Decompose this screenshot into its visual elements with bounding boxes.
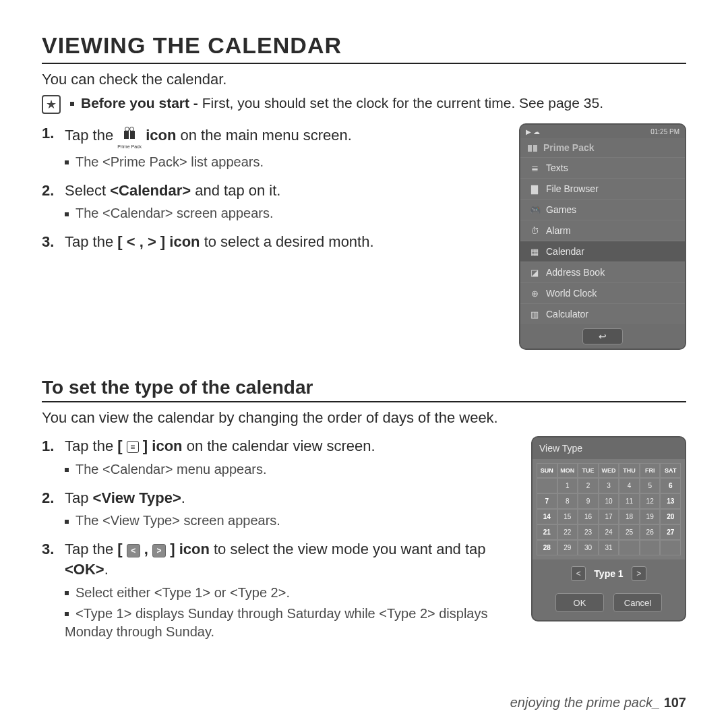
list-item-alarm[interactable]: ⏱Alarm [520, 220, 685, 241]
section-title: To set the type of the calendar [42, 377, 686, 402]
calendar-cell[interactable]: 13 [660, 493, 681, 509]
back-button[interactable]: ↩ [582, 328, 623, 344]
list-item-address-book[interactable]: ◪Address Book [520, 262, 685, 282]
calendar-cell[interactable]: 19 [640, 509, 661, 524]
item-icon: ≣ [530, 163, 539, 173]
calendar-cell[interactable]: 1 [557, 478, 578, 493]
calendar-cell[interactable]: 30 [578, 540, 599, 555]
day-header: WED [599, 463, 619, 478]
calendar-cell[interactable]: 31 [599, 540, 619, 555]
calendar-cell[interactable]: 2 [578, 478, 599, 493]
item-label: File Browser [546, 183, 599, 194]
calendar-cell[interactable]: 20 [660, 509, 681, 524]
page-title: VIEWING THE CALENDAR [42, 32, 686, 64]
cancel-button[interactable]: Cancel [613, 593, 662, 612]
item-label: World Clock [546, 288, 597, 299]
item-icon: ◪ [530, 268, 539, 278]
calendar-cell[interactable]: 18 [619, 509, 640, 524]
note-row: ★ Before you start - First, you should s… [42, 95, 686, 114]
steps-section2: Tap the [ ≡ ] icon on the calendar view … [42, 436, 515, 641]
status-bar: ▶ ☁01:25 PM [520, 125, 685, 138]
calendar-cell[interactable]: 10 [599, 493, 619, 509]
calendar-cell[interactable]: 29 [557, 540, 578, 555]
calendar-cell[interactable]: 27 [660, 524, 681, 540]
list-item-file-browser[interactable]: ▇File Browser [520, 178, 685, 199]
step-1: Tap the Prime Pack icon on the main menu… [42, 123, 503, 171]
step-3: Tap the [ < , > ] icon to select a desir… [42, 232, 503, 252]
item-icon: ⏱ [530, 226, 539, 236]
calendar-cell[interactable] [640, 540, 661, 555]
type-next-button[interactable]: > [632, 566, 646, 581]
calendar-cell[interactable]: 5 [640, 478, 661, 493]
list-item-world-clock[interactable]: ⊕World Clock [520, 282, 685, 303]
menu-icon: ≡ [127, 441, 139, 453]
calendar-cell[interactable]: 23 [578, 524, 599, 540]
calendar-cell[interactable]: 15 [557, 509, 578, 524]
calendar-cell[interactable]: 16 [578, 509, 599, 524]
calendar-cell[interactable]: 25 [619, 524, 640, 540]
view-type-header: View Type [533, 437, 685, 459]
list-item-calendar[interactable]: ▦Calendar [520, 241, 685, 262]
item-label: Games [546, 204, 576, 215]
calendar-cell[interactable] [537, 478, 557, 493]
day-header: SAT [660, 463, 681, 478]
intro-text: You can check the calendar. [42, 71, 686, 88]
page-footer: enjoying the prime pack_ 107 [510, 695, 686, 710]
step2-2: Tap <View Type>. The <View Type> screen … [42, 488, 515, 530]
step-2: Select <Calendar> and tap on it. The <Ca… [42, 181, 503, 223]
prime-pack-label: Prime Pack [117, 144, 142, 149]
calendar-cell[interactable]: 3 [599, 478, 619, 493]
step2-1: Tap the [ ≡ ] icon on the calendar view … [42, 436, 515, 479]
day-header: SUN [537, 463, 557, 478]
note-text: Before you start - First, you should set… [70, 95, 603, 111]
chevron-left-icon: < [127, 544, 140, 557]
calendar-grid: SUNMONTUEWEDTHUFRISAT1234567891011121314… [533, 459, 685, 559]
list-item-calculator[interactable]: ▥Calculator [520, 303, 685, 324]
phone-prime-pack: ▶ ☁01:25 PM Prime Pack ≣Texts▇File Brows… [519, 123, 686, 350]
type-label: Type 1 [594, 568, 623, 579]
calendar-cell[interactable]: 14 [537, 509, 557, 524]
calendar-cell[interactable]: 11 [619, 493, 640, 509]
calendar-cell[interactable]: 28 [537, 540, 557, 555]
calendar-cell[interactable] [660, 540, 681, 555]
chevron-right-icon: > [152, 544, 166, 557]
calendar-cell[interactable]: 17 [599, 509, 619, 524]
item-label: Calculator [546, 309, 588, 320]
calendar-cell[interactable]: 4 [619, 478, 640, 493]
day-header: THU [619, 463, 640, 478]
ok-button[interactable]: OK [555, 593, 604, 612]
star-icon: ★ [42, 95, 61, 114]
item-icon: ▦ [530, 247, 539, 257]
calendar-cell[interactable]: 12 [640, 493, 661, 509]
item-label: Texts [546, 162, 568, 173]
prime-pack-list: ≣Texts▇File Browser🎮Games⏱Alarm▦Calendar… [520, 157, 685, 324]
calendar-cell[interactable]: 22 [557, 524, 578, 540]
calendar-cell[interactable]: 6 [660, 478, 681, 493]
type-prev-button[interactable]: < [571, 566, 586, 581]
gift-icon [527, 142, 538, 153]
item-icon: ▇ [530, 184, 539, 194]
calendar-cell[interactable]: 26 [640, 524, 661, 540]
calendar-cell[interactable]: 24 [599, 524, 619, 540]
phone-view-type: View Type SUNMONTUEWEDTHUFRISAT123456789… [531, 436, 686, 621]
steps-section1: Tap the Prime Pack icon on the main menu… [42, 123, 503, 252]
calendar-cell[interactable]: 7 [537, 493, 557, 509]
item-icon: ▥ [530, 309, 539, 320]
prime-pack-icon [122, 128, 137, 140]
day-header: MON [557, 463, 578, 478]
calendar-cell[interactable]: 21 [537, 524, 557, 540]
item-icon: 🎮 [530, 205, 539, 215]
item-label: Alarm [546, 225, 571, 236]
section-desc: You can view the calendar by changing th… [42, 409, 686, 427]
day-header: TUE [578, 463, 599, 478]
list-item-texts[interactable]: ≣Texts [520, 157, 685, 178]
list-item-games[interactable]: 🎮Games [520, 199, 685, 220]
calendar-cell[interactable]: 8 [557, 493, 578, 509]
item-label: Address Book [546, 267, 605, 278]
item-label: Calendar [546, 246, 584, 257]
calendar-cell[interactable]: 9 [578, 493, 599, 509]
calendar-cell[interactable] [619, 540, 640, 555]
phone-header: Prime Pack [520, 138, 685, 157]
step2-3: Tap the [ < , > ] icon to select the vie… [42, 539, 515, 640]
day-header: FRI [640, 463, 661, 478]
